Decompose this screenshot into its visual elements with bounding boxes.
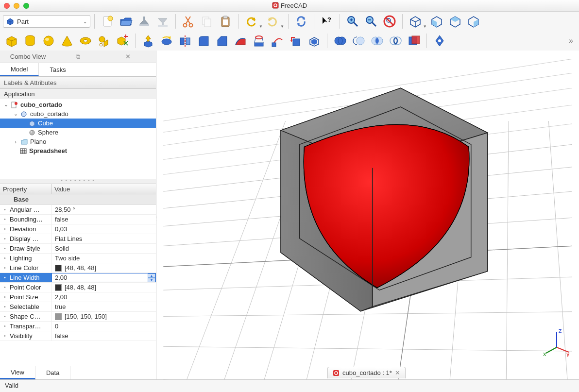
box-icon [28,119,36,127]
extrude-button[interactable] [139,32,157,50]
part-box-button[interactable] [3,32,20,50]
view-iso-button[interactable] [407,13,424,30]
document-tab[interactable]: cubo_cortado : 1* ✕ [327,367,406,378]
copy-button[interactable] [198,13,216,30]
zoom-in-button[interactable] [344,13,361,30]
sweep-button[interactable] [269,32,286,50]
prop-row[interactable]: •Transpar…0 [0,322,156,331]
tab-close-icon[interactable]: ✕ [395,369,400,376]
tree-plano[interactable]: › Plano [0,137,156,146]
prop-row[interactable]: •Point Size2,00 [0,292,156,302]
window-minimize-button[interactable] [14,3,19,9]
view-top-button[interactable] [446,13,464,30]
tree-doc[interactable]: ⌄ cubo_cortado [0,100,156,109]
spreadsheet-icon [19,147,27,155]
part-cone-button[interactable] [58,32,76,50]
boolean-common-button[interactable] [368,32,386,50]
tree-cube[interactable]: Cube [0,119,156,128]
expand-icon[interactable]: ⌄ [3,102,9,108]
revolve-button[interactable] [158,32,175,50]
prop-row[interactable]: •LightingTwo side [0,254,156,263]
boolean-cut-button[interactable] [350,32,367,50]
toolbar-overflow-icon[interactable]: » [569,36,576,45]
svg-line-21 [372,22,376,26]
expand-icon[interactable]: › [13,139,18,145]
loft-button[interactable] [250,32,268,50]
prop-row[interactable]: •Visibilityfalse [0,331,156,341]
part-sphere-button[interactable] [40,32,57,50]
whats-this-button[interactable]: ? [318,13,336,30]
cross-sections-button[interactable] [405,32,423,50]
tree-cut[interactable]: ⌄ cubo_cortado [0,109,156,119]
window-title: FreeCAD [0,2,579,9]
offset-button[interactable] [287,32,305,50]
save-button[interactable] [136,13,153,30]
svg-point-32 [100,43,102,46]
property-view: Property Value Base •Angular …28,50 °•Bo… [0,184,156,379]
open-button[interactable] [117,13,135,30]
prop-row[interactable]: •Point Color[48, 48, 48] [0,283,156,292]
part-torus-button[interactable] [77,32,94,50]
toolbar-part: » [0,31,579,51]
prop-row[interactable]: •Angular …28,50 ° [0,205,156,215]
svg-rect-7 [158,25,168,27]
chamfer-button[interactable] [213,32,231,50]
svg-rect-4 [143,17,145,21]
boolean-section-button[interactable] [387,32,404,50]
tree-sphere[interactable]: Sphere [0,128,156,137]
svg-rect-6 [162,21,164,25]
check-geometry-button[interactable] [431,32,448,50]
prop-row[interactable]: •Shape C…[150, 150, 150] [0,312,156,322]
expand-icon[interactable]: ⌄ [13,111,18,117]
svg-point-3 [108,16,113,21]
thickness-button[interactable] [306,32,323,50]
view-front-button[interactable] [428,13,445,30]
model-tree[interactable]: ⌄ cubo_cortado ⌄ cubo_cortado Cube Spher… [0,99,156,179]
application-label: Application [0,89,156,99]
prop-row[interactable]: •Draw StyleSolid [0,244,156,254]
tree-spreadsheet[interactable]: Spreadsheet [0,146,156,155]
prop-row[interactable]: •Line Color[48, 48, 48] [0,263,156,273]
refresh-button[interactable] [292,13,310,30]
3d-viewport[interactable]: ⋮⋮⋮ [156,51,579,379]
tab-model[interactable]: Model [0,63,39,76]
boolean-union-button[interactable] [331,32,349,50]
part-cylinder-button[interactable] [21,32,39,50]
svg-text:x: x [543,350,546,357]
part-builder-button[interactable] [114,32,131,50]
svg-rect-13 [223,16,227,18]
prop-row[interactable]: •Display …Flat Lines [0,234,156,244]
viewport-canvas [156,51,579,379]
fillet-button[interactable] [195,32,212,50]
workbench-selector[interactable]: Part ⌄ [3,15,90,28]
undo-button[interactable] [242,13,260,30]
window-maximize-button[interactable] [23,3,29,9]
panel-float-icon[interactable]: ⧉ [54,53,102,61]
paste-button[interactable] [217,13,234,30]
view-right-button[interactable] [465,13,482,30]
prop-row[interactable]: •Deviation0,03 [0,224,156,234]
window-close-button[interactable] [4,3,10,9]
save-as-button[interactable] [154,13,171,30]
tab-tasks[interactable]: Tasks [39,63,77,76]
tab-view[interactable]: View [0,366,35,379]
prop-row[interactable]: •Selectabletrue [0,302,156,312]
svg-rect-11 [204,19,211,27]
cut-button[interactable] [180,13,197,30]
ruled-surface-button[interactable] [232,32,249,50]
svg-text:z: z [559,328,562,334]
svg-line-40 [262,38,263,43]
no-zoom-button[interactable] [381,13,398,30]
mirror-button[interactable] [176,32,194,50]
redo-button[interactable] [264,13,281,30]
svg-point-1 [274,4,277,7]
tab-data[interactable]: Data [35,366,70,379]
part-primitives-button[interactable] [95,32,113,50]
zoom-out-button[interactable] [362,13,380,30]
splitter-vertical[interactable]: ⋮⋮⋮ [154,215,156,228]
prop-row[interactable]: •Line Width2,00▲▼ [0,273,156,283]
new-document-button[interactable] [99,13,116,30]
panel-close-icon[interactable]: ✕ [104,53,152,61]
splitter[interactable]: ● ● ● ● ● ● ● ● [0,179,156,184]
prop-row[interactable]: •Bounding…false [0,215,156,224]
